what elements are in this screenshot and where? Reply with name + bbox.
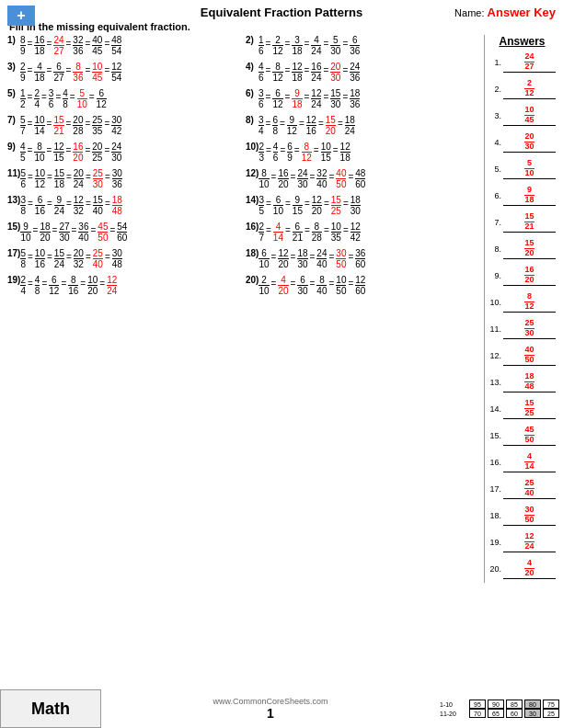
problem-9: 9) 4 5 = 8 10 = 12 15 = 16 20 = 20 25 = … xyxy=(7,142,242,163)
numerator: 12 xyxy=(111,62,121,72)
equals-sign: = xyxy=(65,172,73,182)
equals-sign: = xyxy=(342,225,350,235)
denominator: 6 xyxy=(273,152,279,163)
problem-16: 16) 2 7 = 4 14 = 6 21 = 8 28 = 10 35 = 1… xyxy=(246,222,480,243)
fraction: 2 4 xyxy=(34,88,40,109)
denominator: 24 xyxy=(311,45,321,56)
problem-num: 12) xyxy=(246,168,259,178)
fraction: 36 60 xyxy=(355,248,365,269)
fraction: 2 10 xyxy=(259,275,269,296)
answer-fraction: 15 20 xyxy=(524,239,534,258)
denominator: 60 xyxy=(355,258,365,269)
problem-5: 5) 1 2 = 2 4 = 3 6 = 4 8 = 5 10 = 6 12 xyxy=(7,88,242,109)
numerator: 10 xyxy=(92,62,102,72)
denominator: 24 xyxy=(54,258,64,269)
numerator: 20 xyxy=(74,168,84,178)
equals-sign: = xyxy=(323,225,330,235)
equals-sign: = xyxy=(265,39,272,49)
equals-sign: = xyxy=(85,199,92,209)
answer-item-4: 4. 20 30 xyxy=(488,130,556,155)
denominator: 30 xyxy=(350,205,361,216)
equals-sign: = xyxy=(27,65,34,75)
problem-1: 1) 8 9 = 16 18 = 24 27 = 32 36 = 40 45 =… xyxy=(7,35,242,56)
answer-numerator: 25 xyxy=(524,479,534,488)
denominator: 60 xyxy=(117,232,127,243)
answer-line: 15 25 xyxy=(503,399,556,420)
problem-13: 13) 3 8 = 6 16 = 9 24 = 12 32 = 15 40 = … xyxy=(7,195,242,216)
numerator: 30 xyxy=(112,248,122,258)
answer-line: 9 18 xyxy=(503,186,556,207)
denominator: 30 xyxy=(330,45,340,56)
denominator: 40 xyxy=(93,258,103,269)
fraction-sequence: 3 6 = 6 12 = 9 18 = 12 24 = 15 30 = 18 3… xyxy=(259,88,360,109)
answer-num: 3. xyxy=(488,111,501,120)
denominator: 18 xyxy=(292,72,302,83)
numerator: 4 xyxy=(63,88,68,98)
denominator: 16 xyxy=(306,125,316,136)
numerator: 5 xyxy=(20,168,26,178)
answer-num: 7. xyxy=(488,218,501,227)
answer-item-5: 5. 5 10 xyxy=(488,156,556,182)
fraction: 24 36 xyxy=(350,62,360,83)
numerator: 10 xyxy=(34,115,44,125)
fraction: 12 20 xyxy=(278,248,288,269)
answer-num: 12. xyxy=(488,351,501,360)
answer-fraction: 25 40 xyxy=(524,479,534,498)
numerator: 30 xyxy=(112,168,122,178)
problem-3: 3) 2 9 = 4 18 = 6 27 = 8 36 = 10 45 = 12… xyxy=(7,62,242,83)
fraction: 24 30 xyxy=(111,142,121,163)
denominator: 30 xyxy=(297,178,307,189)
equals-sign: = xyxy=(298,119,305,129)
fraction-sequence: 8 9 = 16 18 = 24 27 = 32 36 = 40 45 = 48… xyxy=(20,35,121,56)
numerator: 2 xyxy=(275,35,281,45)
answer-line: 4 20 xyxy=(503,559,556,580)
fraction: 6 30 xyxy=(297,275,307,296)
numerator: 2 xyxy=(20,62,26,72)
equals-sign: = xyxy=(27,199,34,209)
numerator: 2 xyxy=(261,275,267,285)
answer-fraction: 25 30 xyxy=(524,319,534,338)
denominator: 36 xyxy=(350,45,360,56)
fraction: 16 18 xyxy=(34,35,44,56)
answer-num: 15. xyxy=(488,431,501,440)
equals-sign: = xyxy=(327,279,335,289)
answer-fraction: 15 25 xyxy=(524,399,534,418)
problem-num: 19) xyxy=(7,275,20,285)
numerator: 40 xyxy=(336,168,346,178)
equals-sign: = xyxy=(284,65,292,75)
answer-item-3: 3. 10 45 xyxy=(488,103,556,129)
answer-fraction: 18 48 xyxy=(524,372,534,392)
answer-fraction: 16 20 xyxy=(524,266,534,285)
fraction: 20 32 xyxy=(74,248,84,269)
fraction: 8 10 xyxy=(34,142,44,163)
answer-item-1: 1. 24 27 xyxy=(488,50,556,75)
answer-fraction: 20 30 xyxy=(524,132,534,152)
equals-sign: = xyxy=(327,172,335,182)
answer-item-8: 8. 15 20 xyxy=(488,236,556,262)
denominator: 50 xyxy=(336,258,346,269)
equals-sign: = xyxy=(304,199,311,209)
fraction: 12 15 xyxy=(53,142,63,163)
denominator: 36 xyxy=(73,45,83,56)
equals-sign: = xyxy=(341,92,349,102)
score-75: 75 xyxy=(543,700,559,709)
equals-sign: = xyxy=(322,39,329,49)
score-70: 70 xyxy=(469,709,486,718)
numerator: 24 xyxy=(316,248,327,258)
equals-sign: = xyxy=(65,145,73,155)
denominator: 10 xyxy=(77,98,87,109)
fraction-sequence: 2 4 = 4 8 = 6 12 = 8 16 = 10 20 = 12 24 xyxy=(20,275,117,296)
fraction: 8 10 xyxy=(259,168,269,189)
numerator: 25 xyxy=(93,168,103,178)
score-label-1: 1-10 xyxy=(440,700,467,709)
fraction: 2 7 xyxy=(259,222,264,243)
equals-sign: = xyxy=(317,119,325,129)
numerator: 12 xyxy=(292,62,302,72)
problem-18: 18) 6 10 = 12 20 = 18 30 = 24 40 = 30 50… xyxy=(246,248,480,269)
numerator: 4 xyxy=(20,142,26,152)
answer-line: 2 12 xyxy=(503,79,556,100)
main-content: 1) 8 9 = 16 18 = 24 27 = 32 36 = 40 45 =… xyxy=(7,35,556,583)
denominator: 30 xyxy=(59,232,69,243)
denominator: 8 xyxy=(63,98,68,109)
fraction: 18 36 xyxy=(350,88,360,109)
